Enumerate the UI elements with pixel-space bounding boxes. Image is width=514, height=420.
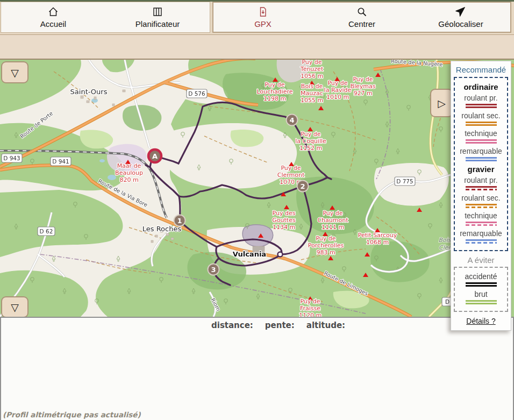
peak-label: Maar de	[117, 162, 141, 169]
forest-label: Cler	[439, 244, 452, 251]
center-button[interactable]: Centrer	[312, 3, 411, 32]
waypoint-label: 1	[177, 217, 182, 225]
waypoint-label: A	[152, 152, 158, 160]
geolocate-button[interactable]: Géolocaliser	[411, 3, 510, 32]
legend-row-label: roulant sec.	[456, 194, 506, 202]
legend-row-label: remarquable	[456, 229, 506, 238]
peak-label: Petit Sarcouy	[358, 232, 397, 239]
peak-label: Louchadière	[256, 88, 292, 95]
planner-button[interactable]: Planificateur	[105, 2, 210, 32]
peak-label: 983 m	[316, 249, 335, 256]
peak-label: 1055 m	[301, 97, 323, 104]
peak-label: 1152 m	[299, 145, 322, 152]
road-shield: D 62	[40, 228, 53, 234]
legend-heading-gravier: gravier	[456, 165, 506, 174]
forest-label: Bois	[438, 237, 451, 244]
line-style-swatch	[466, 204, 497, 208]
elevation-profile-panel: distance: pente: altitude: (Profil altim…	[0, 317, 514, 420]
legend-row: roulant sec.	[456, 111, 506, 126]
expand-right-button[interactable]: ▷	[430, 89, 453, 117]
legend-row: technique	[456, 129, 506, 144]
road-shield: D 576	[188, 90, 205, 97]
altitude-label: altitude:	[306, 321, 345, 330]
triangle-right-icon: ▷	[438, 97, 446, 109]
legend-row: roulant sec.	[456, 194, 506, 208]
road-shield: D 941	[52, 158, 69, 165]
legend-title: Recommandé	[451, 65, 511, 74]
collapse-top-button[interactable]: ▽	[1, 61, 28, 83]
legend-row-label: accidenté	[456, 272, 506, 281]
peak-label: la Ravide	[324, 87, 352, 94]
legend-row-label: roulant pr.	[456, 94, 506, 102]
town-label-les-roches: Les Roches	[142, 225, 182, 233]
line-style-swatch	[466, 122, 497, 126]
line-style-swatch	[466, 139, 497, 144]
geolocate-button-label: Géolocaliser	[438, 19, 483, 29]
peak-label: Puy de	[302, 60, 322, 66]
waypoint-marker-start[interactable]: A	[148, 150, 161, 162]
route-node[interactable]	[278, 252, 283, 257]
peak-label: 927 m	[353, 90, 372, 97]
peak-label: Puy de	[300, 298, 320, 305]
triangle-down-icon: ▽	[11, 67, 19, 79]
peak-label: Puy de	[301, 131, 320, 138]
peak-label: Porcherolles	[308, 242, 344, 249]
legend-row: brut	[456, 290, 506, 304]
town-label-vulcania: Vulcania	[233, 250, 266, 258]
peak-label: Mauzac	[301, 90, 323, 97]
legend-row-label: remarquable	[456, 147, 506, 155]
waypoint-marker-3[interactable]: 3	[208, 264, 219, 275]
home-button[interactable]: Accueil	[1, 2, 105, 32]
line-style-swatch	[466, 157, 497, 161]
peak-label: 1111 m	[322, 224, 344, 231]
legend-row-label: roulant sec.	[456, 111, 506, 120]
road-shield: D	[445, 298, 449, 305]
home-icon	[47, 6, 59, 18]
toolbar-group-right: GPX Centrer Géolocaliser	[212, 2, 511, 33]
peak-label: Puy de	[323, 210, 342, 217]
collapse-bottom-button[interactable]: ▽	[1, 296, 28, 317]
peak-label: 1120 m	[299, 312, 322, 317]
details-link[interactable]: Détails ?	[451, 317, 511, 325]
waypoint-marker-2[interactable]: 2	[297, 181, 309, 192]
peak-label: Puy de	[316, 235, 335, 242]
line-style-swatch	[466, 239, 497, 244]
legend-row-label: roulant pr.	[456, 176, 506, 184]
peak-label: Clermont	[277, 172, 305, 179]
center-button-label: Centrer	[348, 19, 375, 29]
legend-avoid-title: A éviter	[451, 255, 511, 265]
road-shield: D 775	[396, 178, 413, 184]
line-style-swatch	[466, 186, 497, 190]
gpx-file-download-icon	[257, 6, 269, 18]
peak-label: Bleymas	[350, 83, 375, 90]
waypoint-marker-1[interactable]: 1	[174, 215, 185, 226]
peak-label: Chaumont	[317, 217, 348, 224]
legend-row: accidenté	[456, 272, 506, 287]
triangle-down-icon: ▽	[11, 301, 19, 313]
gpx-button[interactable]: GPX	[213, 3, 312, 32]
map-canvas[interactable]: Puy de Louchadière 1198 m Puy de Ténuzet…	[0, 60, 514, 317]
legend-row-label: technique	[456, 211, 506, 220]
peak-label: Ténuzet	[300, 66, 324, 73]
line-style-swatch	[466, 104, 497, 108]
peak-label: 1056 m	[301, 73, 323, 80]
toolbar-group-left: Accueil Planificateur	[1, 2, 210, 33]
waypoint-marker-4[interactable]: 4	[287, 115, 298, 126]
peak-label: Beauloup	[115, 169, 143, 176]
app-window: Accueil Planificateur GPX Centrer Géoloc…	[0, 0, 514, 420]
legend-row: roulant pr.	[456, 176, 506, 190]
peak-label: Puy de	[327, 80, 347, 87]
waypoint-label: 3	[211, 266, 216, 274]
legend-row: roulant pr.	[456, 94, 506, 108]
waypoint-label: 4	[289, 116, 294, 124]
legend-row: remarquable	[456, 229, 506, 244]
peak-label: 1010 m	[326, 94, 349, 101]
town-label-saint-ours: Saint-Ours	[70, 88, 108, 96]
toolbar: Accueil Planificateur GPX Centrer Géoloc…	[0, 2, 514, 34]
slope-label: pente:	[265, 321, 295, 330]
peak-label: la Coquille	[295, 138, 326, 145]
navigation-arrow-icon	[455, 6, 467, 18]
line-style-swatch	[466, 300, 497, 304]
peak-label: 1198 m	[263, 95, 286, 102]
peak-label: Fraisse	[300, 305, 320, 312]
